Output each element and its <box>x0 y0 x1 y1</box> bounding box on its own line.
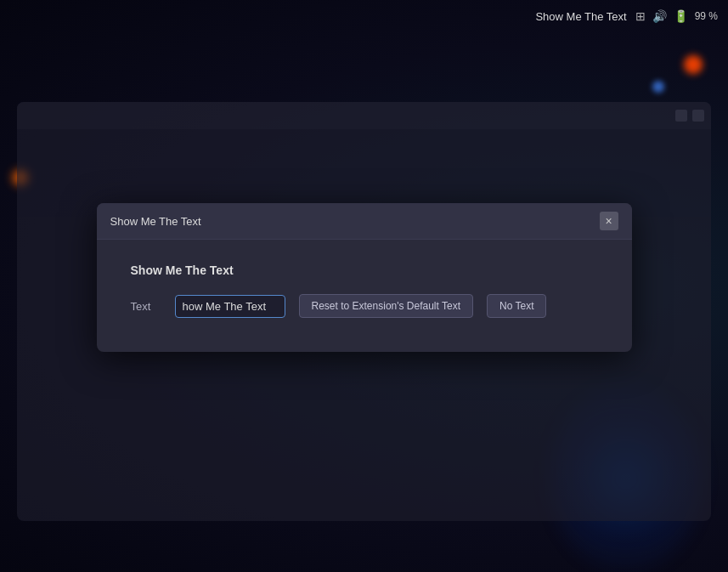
modal-title: Show Me The Text <box>110 215 201 228</box>
no-text-button[interactable]: No Text <box>487 294 546 318</box>
modal-dialog: Show Me The Text × Show Me The Text Text… <box>97 203 632 352</box>
text-field-row: Text Reset to Extension's Default Text N… <box>131 294 598 318</box>
modal-overlay: Show Me The Text × Show Me The Text Text… <box>0 0 728 572</box>
modal-body: Show Me The Text Text Reset to Extension… <box>97 240 632 352</box>
reset-default-button[interactable]: Reset to Extension's Default Text <box>299 294 474 318</box>
modal-close-button[interactable]: × <box>600 212 618 230</box>
text-input[interactable] <box>175 295 285 318</box>
section-title: Show Me The Text <box>131 263 598 277</box>
text-field-label: Text <box>131 300 161 313</box>
modal-titlebar: Show Me The Text × <box>97 203 632 240</box>
